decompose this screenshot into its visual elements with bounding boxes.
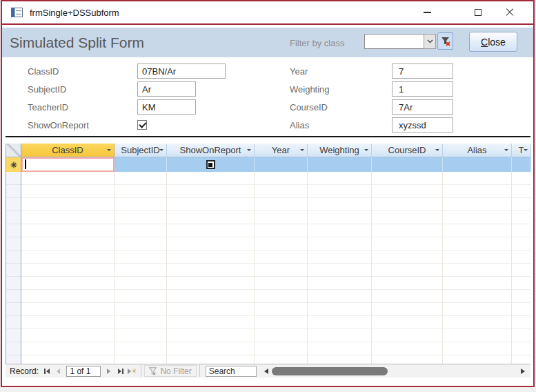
gridline	[307, 172, 308, 364]
page-title: Simulated Split Form	[10, 35, 144, 51]
close-window-button[interactable]	[504, 1, 515, 23]
column-label: SubjectID	[121, 145, 159, 155]
new-row-cell-t[interactable]	[512, 157, 531, 172]
datasheet-checkbox[interactable]	[206, 160, 215, 169]
scrollbar-thumb[interactable]	[272, 367, 388, 375]
column-dropdown-icon[interactable]	[524, 149, 528, 153]
filter-combobox[interactable]	[364, 34, 436, 49]
column-dropdown-icon[interactable]	[107, 149, 111, 153]
field-label: Alias	[290, 120, 392, 130]
subjectid-input[interactable]	[137, 81, 196, 97]
new-record-button[interactable]	[126, 366, 138, 377]
column-label: Weighting	[319, 145, 359, 155]
new-row-cell-year[interactable]	[255, 157, 308, 172]
column-header-classid[interactable]: ClassID	[21, 144, 115, 157]
column-header-alias[interactable]: Alias	[443, 144, 512, 157]
titlebar: frmSingle+DSSubform	[2, 1, 533, 23]
column-dropdown-icon[interactable]	[159, 149, 163, 153]
form-field-courseid: CourseID	[290, 99, 453, 115]
gridline	[442, 172, 443, 364]
column-header-showonreport[interactable]: ShowOnReport	[167, 144, 255, 157]
column-label: CourseID	[388, 145, 426, 155]
form-field-subjectid: SubjectID	[28, 81, 226, 97]
gridline	[166, 172, 167, 364]
datasheet-empty-area[interactable]	[6, 172, 530, 364]
teacherid-input[interactable]	[137, 99, 196, 115]
datasheet-new-row	[6, 157, 530, 172]
column-dropdown-icon[interactable]	[300, 149, 304, 153]
showonreport-checkbox[interactable]	[137, 120, 147, 130]
column-label: ShowOnReport	[180, 145, 241, 155]
clear-filter-icon	[441, 37, 450, 46]
new-row-cell-weighting[interactable]	[308, 157, 372, 172]
first-record-button[interactable]	[41, 366, 52, 377]
field-label: ShowOnReport	[28, 120, 137, 130]
column-dropdown-icon[interactable]	[247, 149, 251, 153]
no-filter-button[interactable]: No Filter	[144, 365, 196, 377]
gridline	[511, 172, 512, 364]
new-record-icon	[10, 161, 17, 168]
new-row-cell-classid[interactable]	[21, 157, 115, 172]
alias-input[interactable]	[392, 117, 453, 133]
record-selector-column	[6, 172, 21, 364]
no-filter-icon	[149, 367, 157, 375]
column-header-year[interactable]: Year	[255, 144, 308, 157]
column-dropdown-icon[interactable]	[504, 149, 508, 153]
form-field-alias: Alias	[290, 117, 453, 133]
maximize-icon	[475, 9, 482, 16]
scroll-left-arrow[interactable]	[264, 369, 268, 374]
window-title: frmSingle+DSSubform	[30, 8, 119, 18]
select-all-cell[interactable]	[6, 144, 21, 157]
maximize-button[interactable]	[473, 1, 484, 23]
classid-input[interactable]	[137, 63, 226, 79]
new-record-star-icon	[132, 369, 137, 373]
field-label: Year	[290, 66, 392, 77]
last-record-button[interactable]	[115, 366, 126, 377]
minimize-button[interactable]	[421, 1, 433, 23]
horizontal-scrollbar[interactable]	[264, 365, 525, 377]
column-header-subjectid[interactable]: SubjectID	[115, 144, 167, 157]
new-row-cell-showonreport[interactable]	[167, 157, 255, 172]
record-navigation-bar: Record: 1 of 1 No Filter	[6, 364, 530, 378]
form-field-year: Year	[290, 63, 453, 79]
clear-filter-button[interactable]	[437, 32, 453, 50]
new-record-selector[interactable]	[6, 157, 21, 172]
weighting-input[interactable]	[392, 81, 453, 97]
new-row-cell-alias[interactable]	[443, 157, 512, 172]
column-header-weighting[interactable]: Weighting	[308, 144, 372, 157]
datasheet: ClassIDSubjectIDShowOnReportYearWeightin…	[6, 144, 530, 364]
column-label: ClassID	[52, 145, 83, 155]
filter-combobox-input[interactable]	[364, 34, 424, 49]
form-field-weighting: Weighting	[290, 81, 453, 97]
form-icon	[11, 8, 23, 17]
new-row-cell-subjectid[interactable]	[115, 157, 167, 172]
divider	[199, 365, 200, 377]
gridline	[371, 172, 372, 364]
form-field-showonreport: ShowOnReport	[28, 117, 226, 133]
form-detail-section: ClassIDSubjectIDTeacherID ShowOnReport Y…	[2, 57, 533, 136]
column-header-courseid[interactable]: CourseID	[372, 144, 443, 157]
form-left-column: ClassIDSubjectIDTeacherID ShowOnReport	[28, 63, 226, 135]
divider	[141, 365, 141, 377]
previous-record-button[interactable]	[52, 366, 64, 377]
column-header-t[interactable]: T	[512, 144, 531, 157]
field-label: SubjectID	[28, 84, 137, 95]
search-input[interactable]	[206, 366, 257, 377]
form-field-teacherid: TeacherID	[28, 99, 226, 115]
field-label: ClassID	[28, 66, 137, 77]
scroll-right-arrow[interactable]	[521, 369, 525, 374]
record-position-box[interactable]: 1 of 1	[66, 366, 101, 377]
new-row-cell-courseid[interactable]	[372, 157, 443, 172]
courseid-input[interactable]	[392, 99, 453, 115]
next-record-button[interactable]	[103, 366, 115, 377]
column-dropdown-icon[interactable]	[435, 149, 439, 153]
combobox-dropdown-button[interactable]	[424, 34, 436, 49]
record-label: Record:	[10, 366, 39, 376]
scrollbar-track[interactable]	[270, 366, 519, 376]
year-input[interactable]	[392, 63, 453, 79]
column-dropdown-icon[interactable]	[364, 149, 368, 153]
column-label: Alias	[467, 145, 486, 155]
field-label: CourseID	[290, 102, 392, 112]
close-icon	[506, 8, 514, 17]
close-form-button[interactable]: Close	[469, 32, 517, 52]
